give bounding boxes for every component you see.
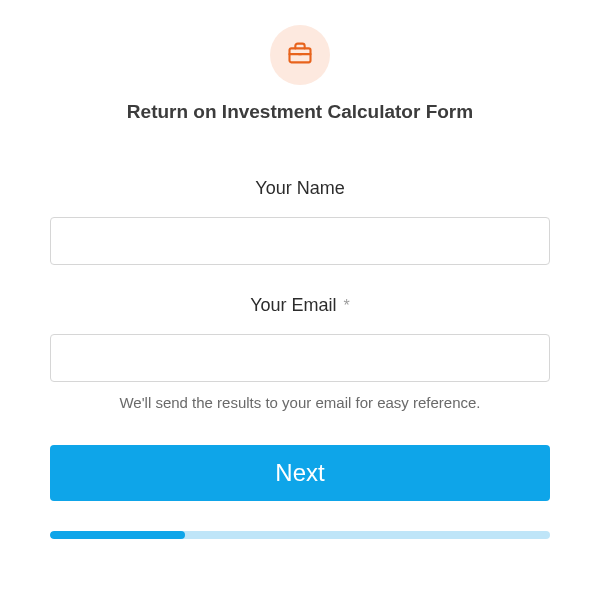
briefcase-icon bbox=[286, 39, 314, 71]
name-input[interactable] bbox=[50, 217, 550, 265]
next-button[interactable]: Next bbox=[50, 445, 550, 501]
email-label-text: Your Email bbox=[250, 295, 336, 315]
progress-fill bbox=[50, 531, 185, 539]
name-label: Your Name bbox=[255, 178, 344, 199]
header-icon-container bbox=[270, 25, 330, 85]
required-asterisk: * bbox=[344, 297, 350, 314]
email-helper-text: We'll send the results to your email for… bbox=[119, 394, 480, 411]
name-field-group: Your Name bbox=[50, 178, 550, 265]
form-title: Return on Investment Calculator Form bbox=[127, 101, 473, 123]
email-field-group: Your Email * We'll send the results to y… bbox=[50, 295, 550, 411]
email-label: Your Email * bbox=[250, 295, 350, 316]
svg-rect-0 bbox=[290, 48, 311, 62]
progress-bar bbox=[50, 531, 550, 539]
email-input[interactable] bbox=[50, 334, 550, 382]
